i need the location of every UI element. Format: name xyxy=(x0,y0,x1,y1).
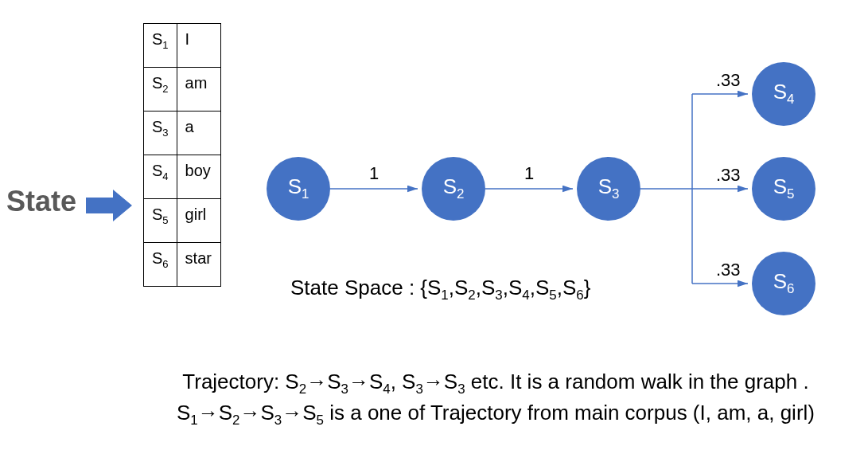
edge-weight-s2-s3: 1 xyxy=(524,163,534,184)
edge-weight-s3-s4: .33 xyxy=(716,70,741,91)
table-row: S6star xyxy=(144,243,221,287)
trajectory-text: Trajectory: S2→S3→S4, S3→S3 etc. It is a… xyxy=(134,368,858,430)
edge-weight-s3-s6: .33 xyxy=(716,260,741,280)
state-arrow-icon xyxy=(86,190,134,221)
svg-marker-0 xyxy=(86,190,132,221)
table-row: S2am xyxy=(144,68,221,112)
edge-weight-s1-s2: 1 xyxy=(369,163,379,184)
graph-node-s3: S3 xyxy=(577,157,640,221)
graph-node-s5: S5 xyxy=(752,157,815,221)
table-row: S3a xyxy=(144,112,221,155)
graph-node-s4: S4 xyxy=(752,62,815,126)
table-row: S5girl xyxy=(144,199,221,243)
graph-node-s1: S1 xyxy=(267,157,330,221)
edge-weight-s3-s5: .33 xyxy=(716,165,741,186)
table-row: S4boy xyxy=(144,155,221,199)
state-space-text: State Space : {S1,S2,S3,S4,S5,S6} xyxy=(290,276,590,303)
graph-node-s6: S6 xyxy=(752,252,815,315)
state-table: S1I S2am S3a S4boy S5girl S6star xyxy=(143,23,221,287)
state-heading: State xyxy=(6,185,76,218)
table-row: S1I xyxy=(144,24,221,68)
graph-node-s2: S2 xyxy=(422,157,485,221)
